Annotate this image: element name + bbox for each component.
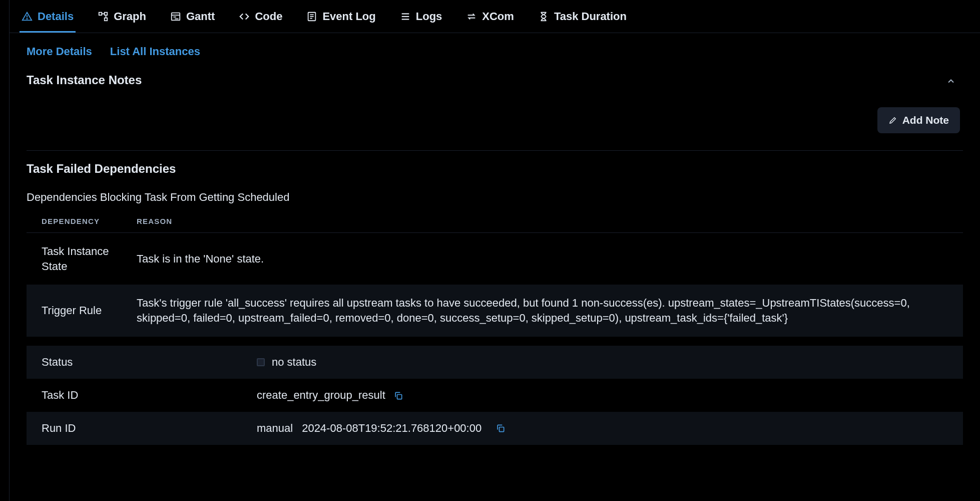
kv-val-task-id: create_entry_group_result: [257, 379, 963, 412]
section-task-instance-notes: Task Instance Notes Add Note: [10, 68, 980, 151]
section-failed-dependencies: Task Failed Dependencies Dependencies Bl…: [10, 151, 980, 445]
status-swatch-icon: [257, 358, 265, 366]
warning-triangle-icon: [22, 11, 33, 22]
tab-label: Event Log: [322, 10, 375, 23]
svg-rect-17: [500, 427, 504, 431]
tab-event-log[interactable]: Event Log: [304, 2, 377, 33]
kv-key-run-id: Run ID: [27, 412, 257, 445]
section-title-failed-deps: Task Failed Dependencies: [27, 151, 963, 184]
tab-label: Details: [38, 10, 74, 23]
add-note-label: Add Note: [902, 114, 949, 126]
event-log-icon: [306, 11, 317, 22]
kv-key-task-id: Task ID: [27, 379, 257, 412]
tab-graph[interactable]: Graph: [96, 2, 148, 33]
tab-label: Task Duration: [554, 10, 627, 23]
dep-row: Trigger Rule Task's trigger rule 'all_su…: [27, 285, 963, 336]
code-icon: [239, 11, 250, 22]
copy-task-id-button[interactable]: [393, 391, 403, 401]
task-attributes-table: Status no status Task ID create_entry_gr…: [27, 346, 963, 445]
kv-row-run-id: Run ID manual 2024-08-08T19:52:21.768120…: [27, 412, 963, 445]
pencil-icon: [888, 116, 897, 125]
col-header-reason: REASON: [137, 213, 963, 233]
dep-name: Task Instance State: [27, 233, 137, 285]
kv-row-status: Status no status: [27, 346, 963, 379]
task-tabs: Details Graph Gantt Code Event Log Logs …: [10, 2, 980, 33]
tab-xcom[interactable]: XCom: [464, 2, 516, 33]
detail-sublinks: More Details List All Instances: [10, 33, 980, 68]
dep-row: Task Instance State Task is in the 'None…: [27, 233, 963, 285]
tab-task-duration[interactable]: Task Duration: [536, 2, 629, 33]
graph-icon: [98, 11, 109, 22]
tab-gantt[interactable]: Gantt: [168, 2, 217, 33]
kv-key-status: Status: [27, 346, 257, 379]
status-text: no status: [272, 356, 316, 369]
hourglass-icon: [538, 11, 549, 22]
tab-label: Code: [255, 10, 282, 23]
kv-row-task-id: Task ID create_entry_group_result: [27, 379, 963, 412]
svg-rect-3: [105, 13, 108, 16]
dep-name: Trigger Rule: [27, 285, 137, 336]
task-id-value: create_entry_group_result: [257, 389, 385, 401]
dep-reason: Task's trigger rule 'all_success' requir…: [137, 285, 963, 336]
tab-label: Gantt: [186, 10, 215, 23]
add-note-button[interactable]: Add Note: [877, 107, 960, 133]
tab-label: Logs: [416, 10, 442, 23]
logs-icon: [400, 11, 411, 22]
svg-rect-16: [397, 394, 401, 399]
failed-deps-subtitle: Dependencies Blocking Task From Getting …: [27, 184, 963, 213]
link-list-all-instances[interactable]: List All Instances: [110, 45, 200, 58]
kv-val-status: no status: [257, 346, 963, 379]
tab-label: Graph: [114, 10, 146, 23]
dependencies-table: DEPENDENCY REASON Task Instance State Ta…: [27, 213, 963, 337]
section-title-notes: Task Instance Notes: [27, 68, 142, 95]
xcom-icon: [466, 11, 477, 22]
svg-point-1: [27, 19, 27, 19]
link-more-details[interactable]: More Details: [27, 45, 92, 58]
collapse-notes-button[interactable]: [942, 72, 960, 92]
svg-rect-4: [105, 18, 108, 21]
copy-run-id-button[interactable]: [496, 423, 506, 433]
tab-code[interactable]: Code: [237, 2, 284, 33]
col-header-dependency: DEPENDENCY: [27, 213, 137, 233]
gantt-icon: [170, 11, 181, 22]
tab-details[interactable]: Details: [20, 2, 76, 33]
svg-rect-2: [99, 13, 102, 16]
run-id-value: 2024-08-08T19:52:21.768120+00:00: [302, 422, 481, 435]
copy-icon: [496, 423, 506, 433]
kv-val-run-id: manual 2024-08-08T19:52:21.768120+00:00: [257, 412, 963, 445]
tab-logs[interactable]: Logs: [398, 2, 444, 33]
tab-label: XCom: [482, 10, 514, 23]
chevron-up-icon: [946, 76, 956, 86]
dep-reason: Task is in the 'None' state.: [137, 233, 963, 285]
copy-icon: [393, 391, 403, 401]
run-id-prefix: manual: [257, 422, 293, 435]
